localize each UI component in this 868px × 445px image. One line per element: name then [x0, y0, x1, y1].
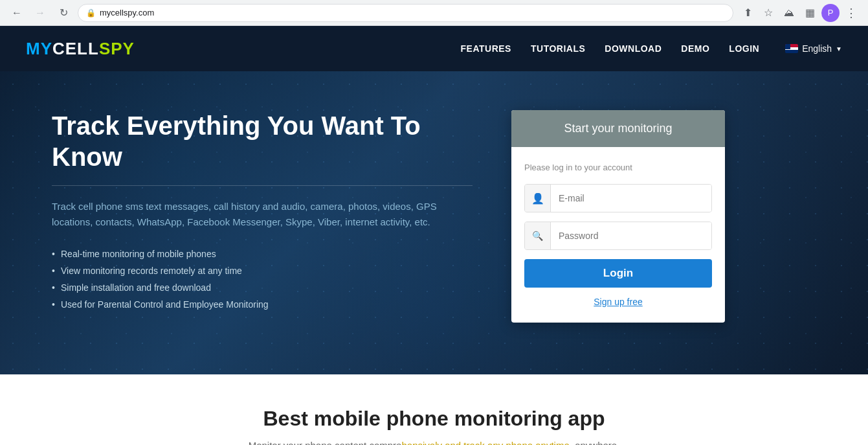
email-input-group: 👤: [524, 184, 712, 212]
logo[interactable]: MYCELLSPY: [26, 39, 135, 59]
subtitle-part1: Monitor your phone content compre: [249, 440, 402, 445]
hero-features: Real-time monitoring of mobile phones Vi…: [52, 245, 473, 313]
nav-features[interactable]: FEATURES: [461, 43, 511, 54]
back-button[interactable]: ←: [8, 4, 26, 22]
login-subtitle: Please log in to your account: [524, 163, 712, 172]
subtitle-highlight: hensively and track any phone anytime: [401, 440, 569, 445]
hero-description: Track cell phone sms text messages, call…: [52, 199, 473, 230]
subtitle-part2: , anywhere.: [570, 440, 620, 445]
list-item: Used for Parental Control and Employee M…: [52, 296, 473, 313]
nav-download[interactable]: DOWNLOAD: [605, 43, 662, 54]
forward-button[interactable]: →: [31, 4, 49, 22]
login-card-body: Please log in to your account 👤 🔍 Login …: [511, 147, 725, 323]
password-field[interactable]: [551, 222, 711, 249]
login-card-header: Start your monitoring: [511, 110, 725, 147]
hero-title: Track Everything You Want To Know: [52, 110, 473, 172]
logo-my: MY: [26, 39, 52, 58]
hero-section: Track Everything You Want To Know Track …: [0, 71, 868, 374]
logo-cell: CELL: [52, 39, 99, 58]
bottom-subtitle: Monitor your phone content comprehensive…: [26, 440, 842, 445]
login-card: Start your monitoring Please log in to y…: [511, 110, 725, 323]
password-icon: 🔍: [525, 222, 551, 249]
profile-button[interactable]: P: [821, 4, 840, 22]
logo-spy: SPY: [99, 39, 135, 58]
navbar: MYCELLSPY FEATURES TUTORIALS DOWNLOAD DE…: [0, 26, 868, 71]
chevron-down-icon: ▼: [836, 45, 842, 52]
signup-link[interactable]: Sign up free: [524, 297, 712, 307]
bottom-title: Best mobile phone monitoring app: [26, 407, 842, 431]
language-label: English: [802, 43, 832, 54]
bookmark-button[interactable]: ☆: [759, 4, 777, 22]
nav-tutorials[interactable]: TUTORIALS: [531, 43, 585, 54]
lock-icon: 🔒: [86, 8, 96, 17]
list-item: View monitoring records remotely at any …: [52, 262, 473, 279]
list-item: Real-time monitoring of mobile phones: [52, 245, 473, 262]
nav-demo[interactable]: DEMO: [681, 43, 709, 54]
nav-login[interactable]: LOGIN: [729, 43, 759, 54]
password-input-group: 🔍: [524, 222, 712, 250]
browser-actions: ⬆ ☆ ⛰ ▦ P ⋮: [739, 4, 860, 22]
split-screen-button[interactable]: ▦: [801, 4, 819, 22]
browser-chrome: ← → ↻ 🔒 mycellspy.com ⬆ ☆ ⛰ ▦ P ⋮: [0, 0, 868, 26]
nav-links: FEATURES TUTORIALS DOWNLOAD DEMO LOGIN E…: [461, 43, 842, 54]
hero-divider: [52, 185, 473, 186]
hero-content: Track Everything You Want To Know Track …: [52, 110, 473, 313]
user-icon: 👤: [525, 185, 551, 212]
list-item: Simple installation and free download: [52, 279, 473, 296]
login-button[interactable]: Login: [524, 259, 712, 288]
url-text: mycellspy.com: [100, 8, 725, 17]
address-bar[interactable]: 🔒 mycellspy.com: [78, 4, 733, 22]
reload-button[interactable]: ↻: [54, 4, 72, 22]
email-field[interactable]: [551, 185, 711, 212]
share-button[interactable]: ⬆: [739, 4, 757, 22]
bottom-section: Best mobile phone monitoring app Monitor…: [0, 374, 868, 445]
flag-icon: [785, 44, 798, 53]
menu-button[interactable]: ⋮: [842, 4, 860, 22]
language-selector[interactable]: English ▼: [785, 43, 842, 54]
extensions-button[interactable]: ⛰: [780, 4, 798, 22]
